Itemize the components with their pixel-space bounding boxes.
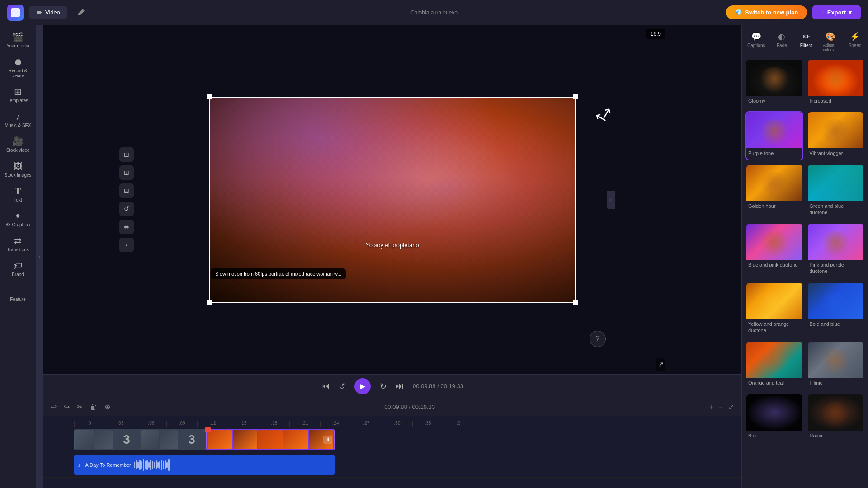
sidebar-label-music-sfx: Music & SFX: [5, 123, 31, 128]
video-clip-1[interactable]: 3 3: [74, 429, 206, 450]
sidebar-item-music-sfx[interactable]: ♪ Music & SFX: [2, 108, 34, 131]
sidebar-item-text[interactable]: T Text: [2, 183, 34, 206]
waveform-bar: [154, 462, 155, 468]
sidebar-expand-area: ›: [36, 25, 43, 488]
sidebar-item-templates[interactable]: ⊞ Templates: [2, 84, 34, 107]
ruler-mark-11: :33: [412, 421, 443, 427]
filter-item-green-blue-duotone[interactable]: Green and blue duotone: [807, 164, 865, 220]
sidebar-item-transitions[interactable]: ⇄ Transitions: [2, 233, 34, 256]
handle-bottom-left[interactable]: [207, 300, 212, 305]
text-icon: T: [15, 187, 21, 196]
handle-top-left[interactable]: [207, 94, 212, 99]
filter-item-orange-teal[interactable]: Orange and teal: [745, 341, 803, 389]
svg-rect-0: [37, 11, 41, 14]
timeline-undo-button[interactable]: ↩: [49, 401, 58, 413]
flip-button[interactable]: ⇔: [119, 220, 134, 234]
filter-item-blue-pink-duotone[interactable]: Blue and pink duotone: [745, 223, 803, 278]
filter-item-increased[interactable]: Increased: [807, 59, 865, 108]
play-button[interactable]: ▶: [354, 378, 371, 394]
timeline-cut-button[interactable]: ✂: [75, 401, 85, 413]
filter-item-vibrant-vlogger[interactable]: Vibrant vlogger: [807, 111, 865, 160]
filter-item-pink-purple-duotone[interactable]: Pink and purple duotone: [807, 223, 865, 278]
cursor-left: ↖: [593, 108, 609, 127]
waveform-bar: [157, 462, 159, 467]
video-track-content[interactable]: 3 3: [74, 427, 741, 452]
filter-item-golden-hour[interactable]: Golden hour: [745, 164, 803, 220]
filter-item-yellow-orange-duotone[interactable]: Yellow and orange duotone: [745, 282, 803, 338]
skip-back-button[interactable]: ⏮: [321, 381, 330, 391]
timeline-tracks[interactable]: 3 3: [43, 427, 741, 488]
clip-pause-button[interactable]: ⏸: [323, 436, 332, 444]
export-button[interactable]: ↑ Export ▾: [812, 5, 861, 19]
filter-item-bold-blue[interactable]: Bold and blue: [807, 282, 865, 338]
cursor-right: ↗: [599, 103, 615, 123]
tab-adjust-colors[interactable]: 🎨 Adjust colors: [819, 29, 842, 55]
tab-fade[interactable]: ◐ Fade: [770, 29, 793, 55]
filter-label-increased: Increased: [808, 96, 864, 107]
filter-grid: Gloomy Increased Purple tone: [745, 59, 864, 442]
sidebar-item-stock-video[interactable]: 🎥 Stock video: [2, 133, 34, 156]
rewind-5s-button[interactable]: ↺: [339, 381, 345, 391]
bluepink-silhouette: [758, 231, 791, 260]
templates-icon: ⊞: [14, 87, 22, 96]
skip-forward-button[interactable]: ⏭: [396, 381, 404, 391]
timeline-zoom-out-button[interactable]: −: [717, 401, 725, 413]
waveform-bar: [150, 460, 151, 470]
forward-5s-button[interactable]: ↻: [380, 381, 387, 391]
crop-button[interactable]: ⊡: [119, 165, 134, 180]
sidebar-item-brand[interactable]: 🏷 Brand: [2, 258, 34, 281]
tab-captions[interactable]: 💬 Captions: [744, 29, 769, 55]
waveform-bar: [159, 461, 160, 469]
filter-item-blur[interactable]: Blur: [745, 394, 803, 442]
export-icon: ↑: [821, 9, 825, 16]
filter-item-filmic[interactable]: Filmic: [807, 341, 865, 389]
orangeteal-silhouette: [758, 349, 791, 378]
rotate-button[interactable]: ↺: [119, 202, 134, 216]
timeline-fit-button[interactable]: ⤢: [726, 401, 736, 413]
music-note-icon: ♪: [78, 462, 81, 469]
sidebar-item-graphics[interactable]: ✦ 88 Graphics: [2, 208, 34, 231]
sidebar-item-stock-images[interactable]: 🖼 Stock images: [2, 158, 34, 181]
timeline-delete-button[interactable]: 🗑: [88, 401, 99, 413]
sidebar-item-feature[interactable]: ⋯ Feature: [2, 282, 34, 305]
filter-item-purple-tone[interactable]: Purple tone: [745, 111, 803, 160]
filter-thumb-vibrant: [808, 112, 864, 148]
tab-speed[interactable]: ⚡ Speed: [844, 29, 866, 55]
your-media-icon: 🎬: [12, 33, 24, 42]
timeline-zoom-in-button[interactable]: +: [707, 401, 715, 413]
help-button[interactable]: ?: [590, 331, 606, 347]
waveform-bar: [145, 461, 146, 468]
audio-track-content[interactable]: ♪ A Day To Remember: [74, 452, 741, 477]
sidebar-item-your-media[interactable]: 🎬 Your media: [2, 29, 34, 52]
resize-button[interactable]: ⊟: [119, 183, 134, 198]
audio-clip[interactable]: ♪ A Day To Remember: [74, 455, 335, 475]
app-logo[interactable]: [7, 5, 24, 21]
fit-to-screen-button[interactable]: ⊡: [119, 147, 134, 162]
filter-item-gloomy[interactable]: Gloomy: [745, 59, 803, 108]
switch-plan-button[interactable]: 💎 Switch to new plan: [726, 5, 807, 19]
left-sidebar: 🎬 Your media ⏺ Record & create ⊞ Templat…: [0, 25, 36, 488]
chevron-left-btn[interactable]: ‹: [119, 238, 134, 252]
tab-video[interactable]: Video: [29, 6, 67, 19]
handle-top-right[interactable]: [573, 94, 578, 99]
video-clip-2[interactable]: ⏸: [206, 429, 335, 450]
timeline-add-button[interactable]: ⊕: [103, 401, 112, 413]
sidebar-item-record-create[interactable]: ⏺ Record & create: [2, 54, 34, 82]
sidebar-expand-button[interactable]: ›: [36, 25, 43, 488]
filter-list[interactable]: Gloomy Increased Purple tone: [742, 55, 868, 488]
main-content: 🎬 Your media ⏺ Record & create ⊞ Templat…: [0, 25, 868, 488]
fullscreen-button[interactable]: ⤢: [656, 358, 665, 371]
panel-collapse-button[interactable]: ›: [607, 191, 615, 209]
tab-filters[interactable]: ✏ Filters: [795, 29, 817, 55]
sidebar-label-your-media: Your media: [6, 43, 29, 48]
edit-icon[interactable]: [76, 8, 85, 17]
waveform-bar: [166, 462, 168, 468]
filter-thumb-gloomy: [746, 60, 802, 96]
handle-bottom-right[interactable]: [573, 300, 578, 305]
sidebar-label-stock-video: Stock video: [6, 148, 30, 153]
export-label: Export: [827, 9, 846, 16]
help-icon[interactable]: ?: [590, 331, 606, 347]
timeline-redo-button[interactable]: ↪: [62, 401, 71, 413]
filter-item-radial[interactable]: Radial: [807, 394, 865, 442]
right-tab-row: 💬 Captions ◐ Fade ✏ Filters 🎨 Adjust col…: [742, 25, 868, 55]
